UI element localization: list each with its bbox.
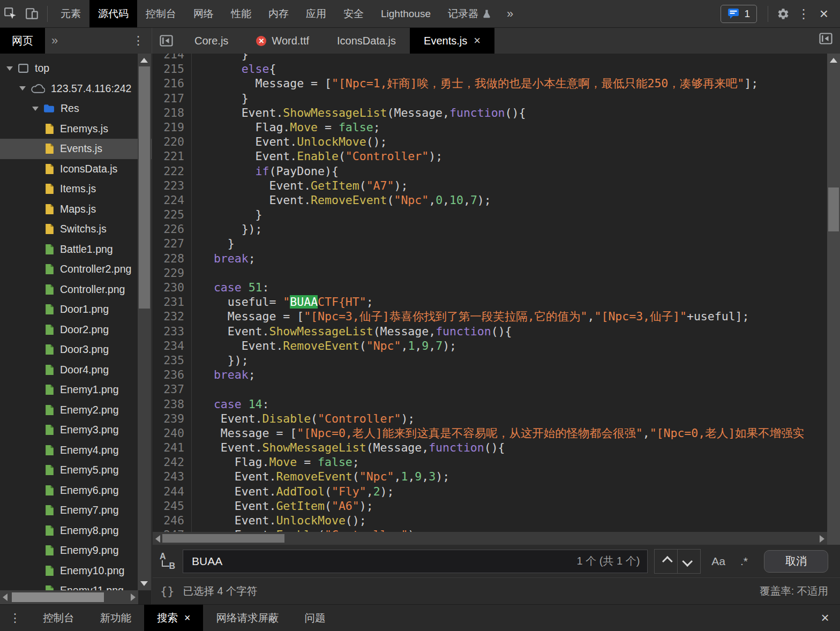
kebab-menu-icon[interactable]: ⋮ (794, 6, 813, 21)
line-number[interactable]: 237 (153, 382, 192, 396)
editor-horizontal-scrollbar[interactable] (153, 532, 827, 545)
tree-item[interactable]: Items.js (0, 179, 152, 199)
tab-memory[interactable]: 内存 (260, 0, 297, 27)
line-number[interactable]: 224 (153, 193, 192, 207)
file-tab-iconsdatajs[interactable]: IconsData.js (323, 28, 410, 54)
line-number[interactable]: 215 (153, 62, 192, 76)
tree-item[interactable]: Enemy6.png (0, 480, 152, 501)
scroll-up-icon[interactable] (830, 58, 837, 63)
tree-item[interactable]: Enemy7.png (0, 500, 152, 521)
line-number[interactable]: 219 (153, 120, 192, 134)
tree-item[interactable]: Maps.js (0, 199, 152, 220)
line-number[interactable]: 225 (153, 207, 192, 222)
line-number[interactable]: 216 (153, 76, 192, 91)
toggle-navigator-icon[interactable] (152, 28, 181, 54)
tab-lighthouse[interactable]: Lighthouse (372, 0, 439, 27)
expand-arrow-icon[interactable] (19, 86, 26, 91)
tab-security[interactable]: 安全 (335, 0, 372, 27)
line-number[interactable]: 222 (153, 164, 192, 178)
line-number[interactable]: 244 (153, 484, 192, 499)
tree-item[interactable]: Switchs.js (0, 219, 152, 239)
line-number[interactable]: 245 (153, 499, 192, 513)
settings-gear-icon[interactable] (772, 7, 794, 20)
line-number[interactable]: 229 (153, 266, 192, 280)
close-devtools-icon[interactable]: × (813, 5, 835, 22)
next-match-button[interactable] (677, 549, 701, 574)
tree-item[interactable]: Res (0, 99, 152, 119)
previous-match-button[interactable] (654, 549, 678, 574)
console-messages-button[interactable]: 1 (721, 5, 757, 23)
line-number[interactable]: 239 (153, 411, 192, 426)
scroll-right-icon[interactable] (131, 594, 136, 601)
line-number[interactable]: 226 (153, 222, 192, 236)
navigator-tab-page[interactable]: 网页 (0, 28, 45, 54)
tab-recorder[interactable]: 记录器 (439, 0, 499, 27)
drawer-tab-search[interactable]: 搜索 × (144, 605, 203, 631)
tree-item[interactable]: Enemy3.png (0, 420, 152, 440)
line-number[interactable]: 243 (153, 469, 192, 484)
tab-performance[interactable]: 性能 (222, 0, 260, 27)
tab-network[interactable]: 网络 (185, 0, 222, 27)
tree-item[interactable]: Enemy5.png (0, 460, 152, 480)
code-editor[interactable]: 214 }215 else{216 Message = ["[Npc=1,奸商]… (153, 54, 840, 545)
editor-vertical-scrollbar[interactable] (827, 54, 840, 545)
tree-item[interactable]: Controller2.png (0, 259, 152, 280)
scroll-left-icon[interactable] (3, 594, 8, 601)
tab-application[interactable]: 应用 (297, 0, 335, 27)
tree-item[interactable]: Battle1.png (0, 239, 152, 260)
line-number[interactable]: 238 (153, 397, 192, 411)
tree-item[interactable]: Door4.png (0, 360, 152, 380)
tree-item[interactable]: Enemy8.png (0, 521, 152, 541)
scrollbar-thumb[interactable] (162, 534, 284, 543)
navigator-more-tabs[interactable]: » (45, 28, 64, 54)
tree-item[interactable]: Enemy1.png (0, 380, 152, 400)
pretty-print-icon[interactable]: {} (160, 584, 175, 598)
toggle-sidebar-icon[interactable] (819, 33, 832, 44)
file-tab-corejs[interactable]: Core.js (181, 28, 242, 54)
line-number[interactable]: 218 (153, 106, 192, 120)
line-number[interactable]: 227 (153, 236, 192, 251)
expand-arrow-icon[interactable] (32, 107, 39, 111)
line-number[interactable]: 214 (153, 54, 192, 62)
drawer-tab-console[interactable]: 控制台 (30, 605, 87, 631)
tab-console[interactable]: 控制台 (137, 0, 185, 27)
tree-item[interactable]: Door1.png (0, 299, 152, 320)
scroll-right-icon[interactable] (820, 535, 824, 543)
tree-item[interactable]: Enemys.js (0, 119, 152, 139)
search-input[interactable] (191, 554, 571, 568)
tree-item[interactable]: top (0, 58, 152, 79)
scroll-down-icon[interactable] (140, 581, 148, 586)
search-field[interactable]: 1 个 (共 1 个) (183, 550, 648, 573)
tree-item[interactable]: Door3.png (0, 340, 152, 360)
line-number[interactable]: 236 (153, 367, 192, 382)
cancel-button[interactable]: 取消 (764, 550, 828, 573)
inspect-element-icon[interactable] (0, 0, 21, 27)
sidebar-horizontal-scrollbar[interactable] (0, 590, 138, 604)
expand-arrow-icon[interactable] (6, 66, 13, 71)
tree-item[interactable]: Enemy10.png (0, 561, 152, 581)
tree-item[interactable]: Enemy9.png (0, 540, 152, 561)
drawer-menu-icon[interactable]: ⋮ (0, 605, 30, 631)
drawer-tab-issues[interactable]: 问题 (291, 605, 338, 631)
file-tab-eventsjs[interactable]: Events.js × (410, 28, 494, 54)
match-case-toggle[interactable]: Aa (707, 555, 730, 568)
tree-item[interactable]: Door2.png (0, 320, 152, 340)
sidebar-vertical-scrollbar[interactable] (138, 54, 151, 590)
tree-item[interactable]: IconsData.js (0, 159, 152, 179)
line-number[interactable]: 232 (153, 309, 192, 324)
line-number[interactable]: 241 (153, 440, 192, 455)
scroll-left-icon[interactable] (155, 535, 160, 543)
line-number[interactable]: 242 (153, 455, 192, 469)
line-number[interactable]: 228 (153, 251, 192, 266)
tree-item[interactable]: Enemy2.png (0, 400, 152, 420)
device-toolbar-icon[interactable] (21, 0, 43, 27)
regex-toggle[interactable]: .* (736, 555, 752, 568)
close-tab-icon[interactable]: × (474, 34, 481, 48)
line-number[interactable]: 231 (153, 295, 192, 309)
line-number[interactable]: 240 (153, 426, 192, 440)
line-number[interactable]: 230 (153, 280, 192, 295)
line-number[interactable]: 223 (153, 178, 192, 193)
scrollbar-thumb[interactable] (828, 187, 839, 231)
scrollbar-thumb[interactable] (12, 592, 104, 602)
drawer-tab-network-blocking[interactable]: 网络请求屏蔽 (203, 605, 291, 631)
